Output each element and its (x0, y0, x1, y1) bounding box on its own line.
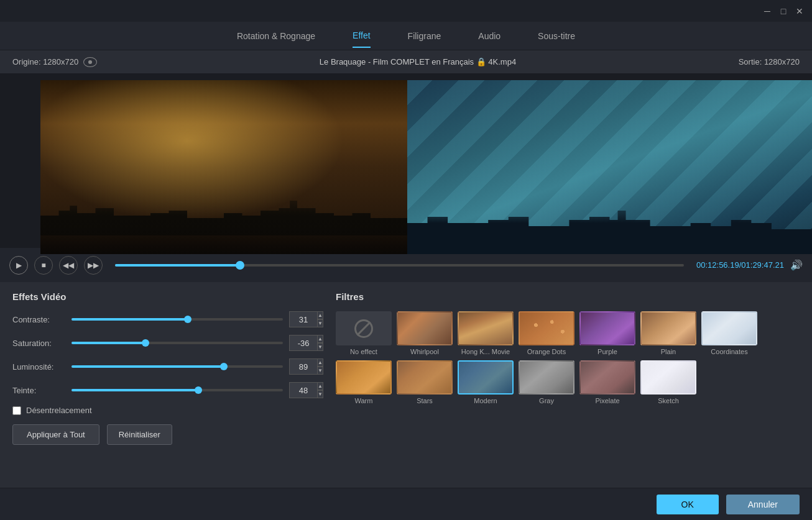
filter-item-pixelate[interactable]: Pixelate (579, 360, 635, 404)
stop-button[interactable]: ■ (34, 256, 53, 275)
video-preview-left (40, 80, 407, 254)
luminosite-fill (72, 365, 224, 368)
filter-item-noeffect[interactable]: No effect (336, 311, 392, 355)
luminosite-spin-down[interactable]: ▼ (317, 367, 323, 375)
action-buttons: Appliquer à Tout Réinitialiser (12, 424, 323, 445)
contraste-spin-up[interactable]: ▲ (317, 311, 323, 319)
apply-button[interactable]: Appliquer à Tout (12, 424, 99, 445)
filter-thumb-coordinates (701, 311, 757, 345)
teinte-spin-down[interactable]: ▼ (317, 390, 323, 398)
play-button[interactable]: ▶ (9, 256, 28, 275)
reset-button[interactable]: Réinitialiser (107, 424, 172, 445)
filter-item-whirlpool[interactable]: Whirlpool (397, 311, 453, 355)
video-area (0, 74, 812, 248)
filter-label-purple: Purple (597, 348, 617, 355)
saturation-label: Saturation: (12, 339, 65, 348)
teinte-value[interactable] (289, 382, 317, 398)
filter-label-gray: Gray (539, 397, 554, 404)
title-bar: ─ □ ✕ (0, 0, 812, 22)
luminosite-value[interactable] (289, 358, 317, 375)
maximize-button[interactable]: □ (777, 5, 790, 17)
contraste-value[interactable] (289, 311, 317, 327)
tab-audio[interactable]: Audio (478, 25, 501, 47)
teinte-thumb[interactable] (195, 386, 202, 394)
time-total: 01:29:47.21 (741, 260, 784, 270)
bottom-action-bar: OK Annuler (0, 488, 812, 520)
filter-label-pixelate: Pixelate (595, 397, 619, 404)
tab-effet[interactable]: Effet (353, 24, 371, 48)
luminosite-thumb[interactable] (220, 363, 228, 370)
contraste-slider[interactable] (72, 318, 283, 321)
tab-bar: Rotation & Rognage Effet Filigrane Audio… (0, 22, 812, 50)
next-button[interactable]: ▶▶ (84, 256, 103, 275)
filter-label-noeffect: No effect (350, 348, 377, 355)
filter-item-warm[interactable]: Warm (336, 360, 392, 404)
filename-label: Le Braquage - Film COMPLET en Français 🔒… (97, 57, 738, 66)
saturation-value[interactable] (289, 335, 317, 351)
teinte-row: Teinte: ▲ ▼ (12, 382, 323, 398)
deinterlace-checkbox[interactable] (12, 406, 21, 415)
filter-thumb-sketch (640, 360, 696, 395)
luminosite-label: Luminosité: (12, 362, 65, 372)
filters-title: Filtres (336, 291, 800, 302)
ok-button[interactable]: OK (657, 495, 719, 514)
teinte-spin-up[interactable]: ▲ (317, 382, 323, 390)
filter-item-sketch[interactable]: Sketch (640, 360, 696, 404)
filter-thumb-pixelate (579, 360, 635, 395)
volume-icon[interactable]: 🔊 (790, 259, 803, 271)
filter-label-modern: Modern (474, 397, 497, 404)
filter-item-plain[interactable]: Plain (640, 311, 696, 355)
progress-fill (115, 264, 240, 267)
minimize-button[interactable]: ─ (761, 5, 773, 17)
saturation-spin-down[interactable]: ▼ (317, 343, 323, 351)
origin-info: Origine: 1280x720 (12, 57, 97, 67)
filter-item-stars[interactable]: Stars (397, 360, 453, 404)
info-bar: Origine: 1280x720 Le Braquage - Film COM… (0, 50, 812, 74)
teinte-slider[interactable] (72, 389, 283, 391)
skyline-right (407, 192, 812, 254)
filter-label-warm: Warm (355, 397, 373, 404)
filter-label-hongk: Hong K... Movie (461, 348, 510, 355)
saturation-fill (72, 342, 145, 344)
close-button[interactable]: ✕ (793, 5, 806, 17)
filter-item-orangedots[interactable]: Orange Dots (519, 311, 574, 355)
filter-item-hongk[interactable]: Hong K... Movie (458, 311, 514, 355)
tab-filigrane[interactable]: Filigrane (408, 25, 441, 47)
filters-grid: No effect Whirlpool Hong K... Movie Oran… (336, 311, 800, 404)
deinterlace-label: Désentrelacement (26, 406, 92, 415)
time-current: 00:12:56.19 (696, 260, 739, 270)
contraste-thumb[interactable] (184, 316, 191, 323)
progress-thumb[interactable] (236, 261, 244, 270)
filter-item-gray[interactable]: Gray (519, 360, 574, 404)
filter-label-sketch: Sketch (658, 397, 679, 404)
eye-icon[interactable] (83, 57, 97, 67)
filter-item-purple[interactable]: Purple (579, 311, 635, 355)
filter-thumb-hongk (458, 311, 514, 345)
tab-rotation[interactable]: Rotation & Rognage (237, 25, 315, 47)
filter-item-modern[interactable]: Modern (458, 360, 514, 404)
luminosite-spinbox: ▲ ▼ (289, 358, 323, 375)
saturation-spin-up[interactable]: ▲ (317, 335, 323, 343)
contraste-label: Contraste: (12, 315, 65, 324)
prev-button[interactable]: ◀◀ (59, 256, 78, 275)
luminosite-slider[interactable] (72, 365, 283, 368)
luminosite-spin-up[interactable]: ▲ (317, 358, 323, 367)
progress-track[interactable] (115, 264, 684, 267)
saturation-spinbox: ▲ ▼ (289, 335, 323, 351)
saturation-slider[interactable] (72, 342, 283, 344)
filter-label-plain: Plain (661, 348, 676, 355)
filter-label-whirlpool: Whirlpool (410, 348, 439, 355)
saturation-thumb[interactable] (142, 339, 149, 347)
cancel-button[interactable]: Annuler (726, 495, 800, 514)
contraste-spin-down[interactable]: ▼ (317, 319, 323, 327)
no-effect-icon (354, 319, 373, 338)
deinterlace-row: Désentrelacement (12, 406, 323, 415)
filter-thumb-plain (640, 311, 696, 345)
filter-item-coordinates[interactable]: Coordinates (701, 311, 757, 355)
origin-label: Origine: 1280x720 (12, 57, 78, 66)
filter-thumb-whirlpool (397, 311, 453, 345)
video-preview-right (407, 80, 812, 254)
filter-label-stars: Stars (417, 397, 433, 404)
tab-soustitre[interactable]: Sous-titre (538, 25, 575, 47)
time-display: 00:12:56.19/01:29:47.21 (696, 260, 784, 270)
